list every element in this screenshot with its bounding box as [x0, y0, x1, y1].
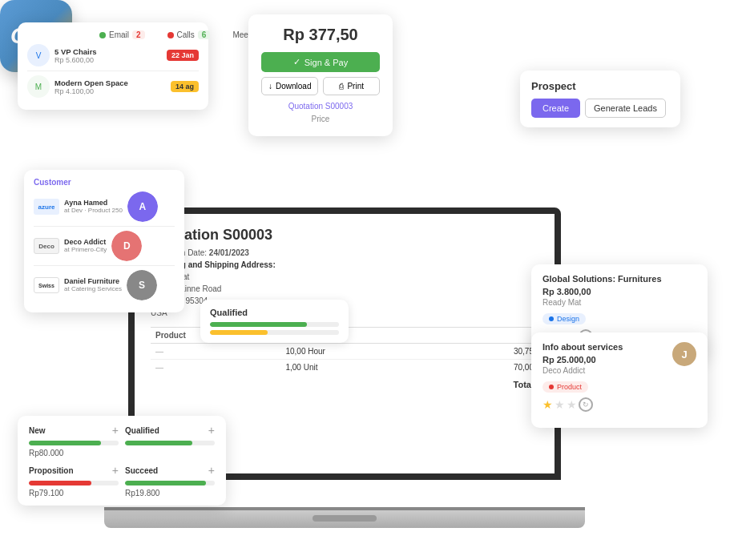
email-label: Email 2	[99, 30, 145, 39]
avatar: J	[672, 342, 696, 366]
card-title: Global Solutions: Furnitures	[542, 274, 696, 284]
star-empty: ★	[567, 398, 577, 411]
refresh-icon: ↻	[579, 397, 593, 412]
print-icon: ⎙	[339, 82, 344, 91]
card-person: Ready Mat	[542, 298, 696, 307]
activity-row: M Modern Open Space Rp 4.100,00 14 ag	[27, 75, 199, 98]
star-rating: ★ ★ ★ ↻	[542, 397, 623, 412]
prospect-title: Prospect	[531, 80, 669, 92]
table-row: — 10,00 Hour 30,75	[151, 344, 538, 360]
customer-row: azure Ayna Hamed at Dev · Product 250 A	[34, 191, 175, 222]
activity-amount: Rp 4.100,00	[54, 87, 171, 95]
tag-product: Product	[542, 381, 588, 393]
tag-design: Design	[542, 313, 586, 324]
customer-row: Deco Deco Addict at Primero-City D	[34, 231, 175, 261]
kanban-column-succeed: Succeed + Rp19.800	[125, 464, 215, 498]
doc-date: Quotation Date: 24/01/2023	[151, 248, 538, 257]
kanban-column-proposition: Proposition + Rp79.100	[29, 464, 119, 498]
services-card: Info about services Rp 25.000,00 Deco Ad…	[531, 332, 708, 428]
avatar: D	[111, 231, 142, 261]
avatar: S	[127, 270, 157, 300]
prospect-card: Prospect Create Generate Leads	[520, 71, 680, 127]
activity-header: Email 2 Calls 6 Meeting	[27, 30, 199, 39]
laptop-base	[104, 510, 585, 528]
price-label: Price	[312, 115, 330, 123]
create-button[interactable]: Create	[531, 99, 580, 118]
kanban-column-qualified: Qualified +	[125, 424, 215, 457]
total-row: Total	[151, 380, 538, 389]
price-amount: Rp 377,50	[261, 26, 380, 44]
kanban-add-button[interactable]: +	[208, 424, 215, 437]
generate-leads-button[interactable]: Generate Leads	[585, 99, 666, 118]
print-button[interactable]: ⎙ Print	[323, 77, 380, 95]
activity-card: Email 2 Calls 6 Meeting V 5 VP Chairs Rp…	[18, 22, 208, 110]
card-price: Rp 3.800,00	[542, 287, 696, 296]
kanban-add-button[interactable]: +	[208, 464, 215, 477]
deco-logo: Deco	[34, 238, 59, 254]
doc-title: Quotation S00003	[151, 227, 538, 244]
qualified-panel: Qualified	[200, 300, 349, 343]
avatar: A	[127, 191, 158, 222]
customer-card: Customer azure Ayna Hamed at Dev · Produ…	[24, 170, 184, 312]
azure-logo: azure	[34, 199, 59, 215]
kanban-card: New + Rp80.000 Qualified + Proposition +…	[18, 416, 226, 506]
quotation-link[interactable]: Quotation S00003	[261, 102, 380, 111]
activity-row: V 5 VP Chairs Rp 5.600,00 22 Jan	[27, 44, 199, 66]
activity-name: Modern Open Space	[54, 79, 171, 87]
avatar: V	[27, 44, 50, 66]
qualified-label: Qualified	[210, 308, 248, 317]
kanban-column-new: New + Rp80.000	[29, 424, 119, 457]
email-dot	[99, 32, 106, 38]
table-row: — 1,00 Unit 70,00	[151, 360, 538, 376]
download-button[interactable]: ↓ Download	[261, 77, 318, 95]
kanban-add-button[interactable]: +	[112, 424, 119, 437]
price-card: Rp 377,50 ✓ Sign & Pay ↓ Download ⎙ Prin…	[248, 14, 393, 136]
calls-label: Calls 6	[167, 30, 211, 39]
card-price: Rp 25.000,00	[542, 355, 623, 365]
kanban-add-button[interactable]: +	[112, 464, 119, 477]
avatar: M	[27, 75, 50, 98]
star-empty: ★	[555, 398, 565, 411]
card-title: Info about services	[542, 342, 623, 352]
customer-title: Customer	[34, 178, 175, 187]
activity-amount: Rp 5.600,00	[54, 56, 167, 64]
swiss-logo: Swiss	[34, 277, 59, 293]
activity-name: 5 VP Chairs	[54, 47, 167, 56]
customer-row: Swiss Daniel Furniture at Catering Servi…	[34, 270, 175, 300]
check-icon: ✓	[293, 57, 300, 67]
download-icon: ↓	[268, 82, 272, 91]
activity-badge: 14 ag	[171, 81, 199, 92]
activity-badge: 22 Jan	[167, 50, 199, 61]
address-label: Invoicing and Shipping Address:	[151, 260, 538, 269]
calls-dot	[167, 32, 174, 38]
card-person: Deco Addict	[542, 366, 623, 375]
sign-pay-button[interactable]: ✓ Sign & Pay	[261, 52, 380, 72]
star-filled: ★	[542, 398, 553, 411]
